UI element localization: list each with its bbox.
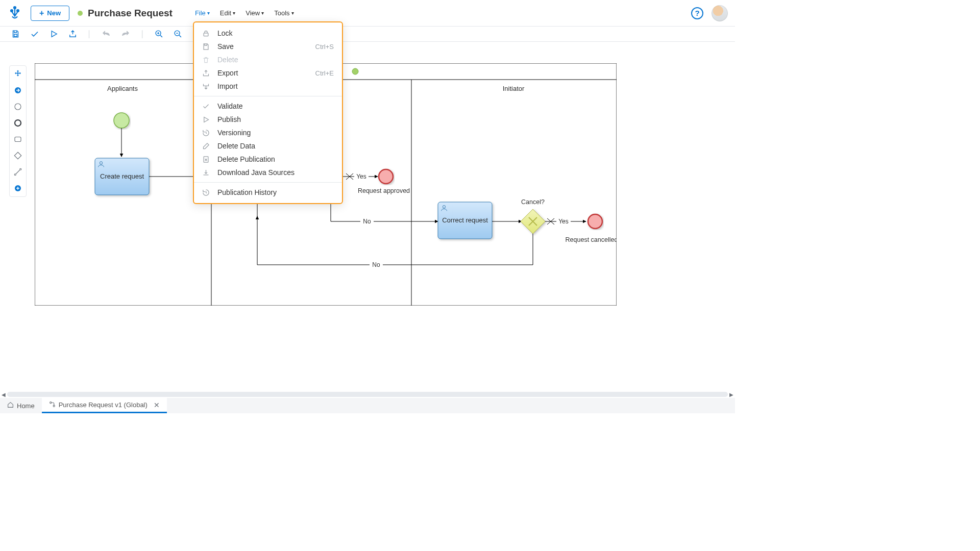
chevron-down-icon: ▾ bbox=[261, 10, 264, 16]
menu-item-publication-history[interactable]: Publication History bbox=[194, 186, 342, 199]
menu-item-download-java[interactable]: Download Java Sources bbox=[194, 166, 342, 179]
task-label: Correct request bbox=[442, 216, 488, 224]
title-group: Purchase Request bbox=[78, 8, 173, 19]
download-icon bbox=[202, 169, 211, 177]
menu-item-label: Delete Publication bbox=[217, 155, 275, 163]
chevron-down-icon: ▾ bbox=[207, 10, 210, 16]
menu-shortcut: Ctrl+E bbox=[315, 69, 334, 77]
end-event-icon[interactable] bbox=[13, 118, 23, 128]
menu-separator bbox=[194, 182, 342, 183]
end-event-approved[interactable] bbox=[379, 169, 393, 184]
lane-label-applicants: Applicants bbox=[107, 85, 138, 92]
eraser-icon bbox=[202, 142, 211, 150]
redo-icon[interactable] bbox=[121, 30, 130, 39]
menu-item-publish[interactable]: Publish bbox=[194, 113, 342, 126]
menu-item-lock[interactable]: Lock bbox=[194, 27, 342, 40]
task-correct-request[interactable]: Correct request bbox=[438, 202, 492, 239]
workflow-icon bbox=[49, 401, 56, 409]
toolbar-divider: │ bbox=[87, 30, 91, 38]
menu-edit[interactable]: Edit ▾ bbox=[220, 9, 235, 17]
menu-item-label: Lock bbox=[217, 29, 233, 37]
edge-label-yes: Yes bbox=[356, 173, 366, 180]
svg-rect-3 bbox=[14, 34, 17, 36]
plus-icon: + bbox=[39, 9, 44, 18]
svg-point-13 bbox=[20, 168, 21, 170]
zoom-out-icon[interactable] bbox=[174, 30, 182, 38]
menu-shortcut: Ctrl+S bbox=[315, 43, 334, 51]
menu-item-label: Export bbox=[217, 69, 238, 77]
menu-item-delete: Delete bbox=[194, 53, 342, 66]
svg-rect-11 bbox=[15, 137, 21, 142]
tab-workflow[interactable]: Purchase Request v1 (Global) ✕ bbox=[42, 398, 167, 413]
play-icon[interactable] bbox=[50, 30, 58, 38]
editor-toolbar: │ │ bbox=[0, 27, 735, 42]
save-icon bbox=[202, 43, 211, 51]
connector-tool-icon[interactable] bbox=[13, 85, 23, 95]
scroll-right-icon[interactable]: ▶ bbox=[728, 391, 735, 398]
new-button-label: New bbox=[47, 9, 61, 17]
menu-item-label: Publication History bbox=[217, 188, 277, 196]
move-tool-icon[interactable] bbox=[13, 69, 23, 79]
app-logo-icon[interactable] bbox=[7, 5, 22, 21]
gateway-label: Cancel? bbox=[521, 198, 545, 206]
end-event-cancelled[interactable] bbox=[588, 214, 602, 229]
add-tool-icon[interactable] bbox=[13, 183, 23, 193]
tab-label: Purchase Request v1 (Global) bbox=[59, 401, 148, 409]
chevron-down-icon: ▾ bbox=[291, 10, 294, 16]
scroll-left-icon[interactable]: ◀ bbox=[0, 391, 7, 398]
edge-label-no: No bbox=[372, 261, 380, 268]
menu-item-versioning[interactable]: Versioning bbox=[194, 126, 342, 139]
menu-file[interactable]: File ▾ bbox=[195, 9, 210, 17]
menubar: File ▾ Edit ▾ View ▾ Tools ▾ bbox=[195, 9, 294, 17]
file-menu-dropdown: Lock Save Ctrl+S Delete Export Ctrl+E Im… bbox=[193, 21, 343, 204]
document-x-icon bbox=[202, 156, 211, 163]
gateway-icon[interactable] bbox=[13, 151, 23, 161]
task-label: Create request bbox=[100, 172, 144, 180]
task-create-request[interactable]: Create request bbox=[95, 158, 149, 195]
menu-item-label: Versioning bbox=[217, 129, 251, 137]
menu-item-label: Validate bbox=[217, 102, 243, 110]
tab-home[interactable]: Home bbox=[0, 398, 42, 413]
horizontal-scrollbar[interactable]: ◀ ▶ bbox=[0, 391, 735, 398]
end-event-label: Request approved bbox=[358, 187, 410, 194]
end-event-label: Request cancelled bbox=[566, 236, 617, 243]
validate-icon[interactable] bbox=[30, 30, 39, 39]
svg-point-1 bbox=[17, 10, 19, 12]
menu-separator bbox=[194, 96, 342, 96]
task-icon[interactable] bbox=[13, 134, 23, 144]
svg-point-2 bbox=[14, 7, 16, 9]
history-icon bbox=[202, 129, 211, 137]
user-avatar[interactable] bbox=[712, 5, 728, 21]
new-button[interactable]: + New bbox=[31, 6, 69, 21]
scroll-track[interactable] bbox=[7, 392, 728, 397]
menu-view[interactable]: View ▾ bbox=[246, 9, 264, 17]
menu-item-label: Delete bbox=[217, 56, 238, 64]
save-icon[interactable] bbox=[11, 30, 20, 38]
help-icon[interactable]: ? bbox=[691, 7, 703, 19]
page-title: Purchase Request bbox=[88, 8, 173, 19]
start-event[interactable] bbox=[114, 113, 129, 128]
menu-item-export[interactable]: Export Ctrl+E bbox=[194, 66, 342, 80]
menu-item-delete-publication[interactable]: Delete Publication bbox=[194, 153, 342, 166]
undo-icon[interactable] bbox=[102, 30, 111, 39]
edge-label-yes: Yes bbox=[558, 218, 569, 225]
menu-item-save[interactable]: Save Ctrl+S bbox=[194, 40, 342, 53]
menu-tools[interactable]: Tools ▾ bbox=[274, 9, 293, 17]
svg-point-32 bbox=[50, 402, 51, 403]
menu-item-delete-data[interactable]: Delete Data bbox=[194, 139, 342, 153]
zoom-in-icon[interactable] bbox=[155, 30, 163, 38]
history-icon bbox=[202, 189, 211, 196]
svg-rect-6 bbox=[204, 33, 208, 36]
connection-icon[interactable] bbox=[13, 167, 23, 177]
start-event-icon[interactable] bbox=[13, 102, 23, 112]
export-icon[interactable] bbox=[68, 30, 77, 38]
close-icon[interactable]: ✕ bbox=[154, 401, 160, 409]
lock-icon bbox=[202, 30, 211, 37]
toolbar-divider: │ bbox=[140, 30, 144, 38]
svg-point-19 bbox=[352, 68, 358, 74]
shape-palette bbox=[9, 65, 27, 197]
menu-item-import[interactable]: Import bbox=[194, 80, 342, 93]
menu-item-label: Import bbox=[217, 82, 238, 90]
menu-item-validate[interactable]: Validate bbox=[194, 99, 342, 113]
bottom-tabs: Home Purchase Request v1 (Global) ✕ bbox=[0, 398, 735, 413]
